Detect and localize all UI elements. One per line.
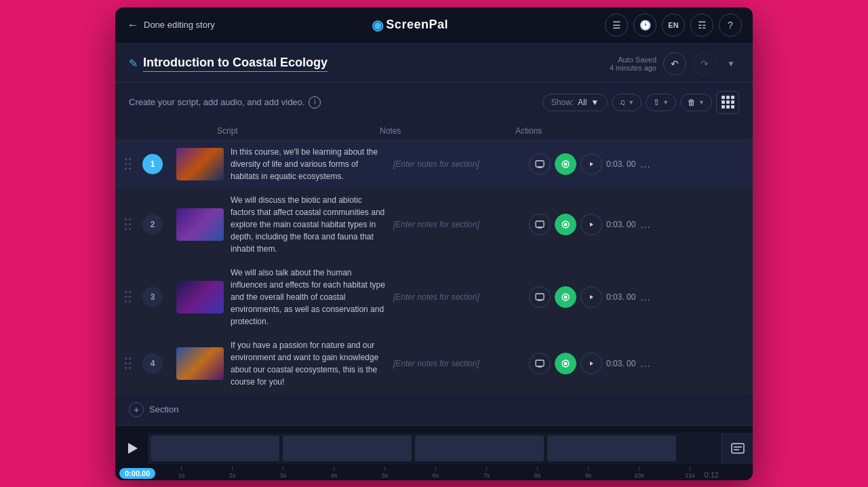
section-notes-2[interactable]: [Enter notes for section]	[393, 220, 529, 229]
section-audio-btn-4[interactable]	[580, 353, 602, 374]
section-more-btn-4[interactable]: …	[639, 357, 651, 370]
time-marker: 3s	[258, 467, 309, 479]
drag-handle-2[interactable]	[122, 216, 142, 233]
section-audio-btn-2[interactable]	[580, 214, 602, 235]
title-dropdown-icon[interactable]: ▼	[723, 56, 739, 72]
section-notes-1[interactable]: [Enter notes for section]	[393, 159, 529, 169]
redo-button[interactable]: ↷	[693, 52, 716, 75]
audio-icon	[587, 359, 596, 368]
add-section-label: Section	[149, 404, 178, 414]
section-thumb-4	[176, 347, 224, 380]
display-icon	[535, 292, 545, 302]
auto-saved-status: Auto Saved 4 minutes ago	[610, 56, 656, 72]
audio-icon	[587, 292, 596, 302]
nav-icons: ☰ 🕐 EN ☶ ?	[605, 14, 742, 37]
play-button[interactable]	[115, 433, 149, 464]
time-marker: 9s	[563, 467, 614, 479]
current-time-display: 0:00.00	[119, 468, 155, 479]
edit-icon: ✎	[129, 57, 138, 70]
nav-history-icon-button[interactable]: 🕐	[633, 14, 656, 37]
section-duration-1: 0:03. 00	[606, 159, 635, 169]
title-left: ✎ Introduction to Coastal Ecology	[129, 56, 328, 72]
timeline-track[interactable]	[149, 433, 722, 464]
drag-handle-3[interactable]	[122, 288, 142, 305]
upload-caret-icon: ▼	[663, 99, 669, 106]
nav-list-icon-button[interactable]: ☰	[605, 14, 628, 37]
grid-view-button[interactable]	[716, 91, 739, 114]
section-row-1[interactable]: 1 In this course, we'll be learning abou…	[115, 140, 753, 189]
time-marker: 8s	[512, 467, 563, 479]
title-right: Auto Saved 4 minutes ago ↶ ↷ ▼	[610, 52, 739, 75]
section-actions-2: 0:03. 00 …	[529, 214, 739, 235]
app-window: ← Done editing story ◉ ScreenPal ☰ 🕐 EN …	[115, 7, 753, 480]
section-record-btn-2[interactable]	[555, 214, 576, 235]
time-marker: 4s	[309, 467, 359, 479]
section-notes-3[interactable]: [Enter notes for section]	[393, 292, 529, 302]
time-marker: 6s	[410, 467, 461, 479]
timeline-caption-button[interactable]	[722, 433, 753, 464]
section-more-btn-3[interactable]: …	[639, 291, 651, 303]
delete-caret-icon: ▼	[698, 99, 705, 106]
story-title[interactable]: Introduction to Coastal Ecology	[143, 56, 328, 72]
section-script-1[interactable]: In this course, we'll be learning about …	[231, 146, 393, 182]
show-filter-button[interactable]: Show: All ▼	[542, 94, 608, 111]
drag-handle-1[interactable]	[122, 155, 142, 172]
audio-caret-icon: ▼	[628, 99, 634, 106]
svg-rect-12	[536, 360, 544, 366]
back-button[interactable]: ← Done editing story	[126, 18, 215, 32]
drag-handle-4[interactable]	[122, 355, 142, 372]
grid-icon	[722, 96, 734, 109]
section-more-btn-2[interactable]: …	[639, 218, 651, 231]
top-nav: ← Done editing story ◉ ScreenPal ☰ 🕐 EN …	[115, 7, 753, 43]
section-audio-btn-1[interactable]	[580, 153, 602, 175]
section-audio-btn-3[interactable]	[580, 286, 602, 308]
section-more-btn-1[interactable]: …	[639, 158, 651, 170]
section-script-2[interactable]: We will discuss the biotic and abiotic f…	[231, 194, 393, 255]
col-header-script: Script	[217, 126, 380, 136]
section-thumb-3	[176, 281, 224, 313]
end-time-display: 0:12	[705, 471, 719, 479]
col-header-notes: Notes	[380, 126, 515, 136]
upload-tool-button[interactable]: ⇧ ▼	[646, 94, 676, 111]
timeline-area: 0:00.00 1s2s3s4s5s6s7s8s9s10s11s 0:12	[115, 425, 753, 480]
section-display-btn-3[interactable]	[529, 286, 551, 308]
section-script-4[interactable]: If you have a passion for nature and our…	[231, 339, 393, 388]
section-row-2[interactable]: 2 We will discuss the biotic and abiotic…	[115, 189, 753, 261]
delete-icon: 🗑	[688, 98, 696, 107]
nav-lang-button[interactable]: EN	[662, 14, 685, 37]
audio-icon: ♫	[619, 98, 625, 107]
add-section-button[interactable]: + Section	[115, 394, 753, 425]
svg-rect-0	[536, 161, 544, 167]
show-label: Show:	[551, 98, 574, 107]
record-icon	[561, 159, 570, 169]
time-marker: 5s	[359, 467, 410, 479]
svg-point-11	[564, 295, 568, 298]
time-marker: 1s	[156, 467, 207, 479]
section-duration-2: 0:03. 00	[606, 220, 635, 229]
svg-point-3	[564, 162, 568, 165]
section-display-btn-1[interactable]	[529, 153, 551, 175]
section-display-btn-2[interactable]	[529, 214, 551, 235]
nav-help-icon-button[interactable]: ?	[719, 14, 742, 37]
section-script-3[interactable]: We will also talk about the human influe…	[231, 267, 393, 328]
svg-rect-8	[536, 294, 544, 300]
svg-rect-16	[732, 444, 744, 453]
section-display-btn-4[interactable]	[529, 353, 551, 374]
section-row-3[interactable]: 3 We will also talk about the human infl…	[115, 261, 753, 334]
delete-tool-button[interactable]: 🗑 ▼	[680, 94, 712, 111]
section-record-btn-1[interactable]	[555, 153, 576, 175]
section-row-4[interactable]: 4 If you have a passion for nature and o…	[115, 334, 753, 394]
audio-tool-button[interactable]: ♫ ▼	[612, 94, 642, 111]
col-header-actions: Actions	[515, 126, 739, 136]
timeline-segment-1	[151, 435, 279, 461]
nav-layers-icon-button[interactable]: ☶	[690, 14, 713, 37]
section-record-btn-4[interactable]	[555, 353, 576, 374]
undo-button[interactable]: ↶	[663, 52, 686, 75]
timeline-segment-4	[547, 435, 676, 461]
info-icon[interactable]: i	[309, 96, 321, 109]
section-record-btn-3[interactable]	[555, 286, 576, 308]
section-number-2: 2	[142, 214, 163, 235]
title-bar: ✎ Introduction to Coastal Ecology Auto S…	[115, 43, 753, 83]
section-notes-4[interactable]: [Enter notes for section]	[393, 359, 529, 368]
show-value: All	[578, 98, 587, 107]
